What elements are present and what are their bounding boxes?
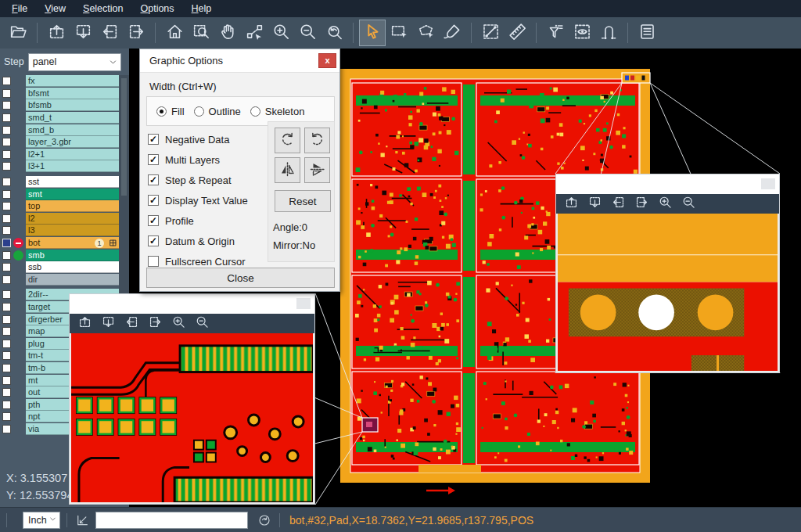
layer-visibility-checkbox[interactable] [2, 303, 11, 311]
zoom-previous-button[interactable] [321, 20, 347, 46]
pan-right-button[interactable] [143, 315, 167, 332]
layer-visibility-checkbox[interactable] [2, 138, 11, 146]
select-rect-button[interactable] [386, 20, 412, 46]
layer-visibility-checkbox[interactable] [2, 126, 11, 135]
radio-fill[interactable]: Fill [156, 106, 185, 117]
layer-visibility-checkbox[interactable] [2, 401, 11, 409]
zoom-in-button[interactable] [167, 315, 190, 332]
pan-right-button[interactable] [630, 195, 653, 213]
layer-visibility-checkbox[interactable] [2, 162, 11, 171]
zoom-out-button[interactable] [190, 315, 214, 332]
layer-visibility-checkbox[interactable] [2, 178, 11, 186]
layer-row-l3[interactable]: l3 [0, 225, 129, 237]
layer-visibility-checkbox[interactable] [2, 202, 11, 210]
pan-left-button[interactable] [96, 20, 123, 46]
layer-visibility-checkbox[interactable] [2, 239, 11, 247]
window-button[interactable] [296, 298, 311, 309]
window-button[interactable] [761, 178, 775, 189]
checkbox-negative-data[interactable]: ✓Negative Data [148, 129, 248, 149]
report-doc-button[interactable] [634, 20, 660, 46]
layer-visibility-checkbox[interactable] [2, 376, 11, 385]
magnifier-window-top-right[interactable] [555, 174, 780, 373]
layer-row-l2+1[interactable]: l2+1 [0, 149, 129, 161]
layer-visibility-checkbox[interactable] [2, 388, 11, 397]
layer-visibility-checkbox[interactable] [2, 412, 11, 421]
close-button[interactable]: Close [146, 268, 335, 288]
layer-visibility-checkbox[interactable] [2, 275, 11, 284]
unit-select[interactable]: Inch [23, 512, 60, 529]
layer-row-smd_t[interactable]: smd_t [0, 112, 129, 124]
dialog-titlebar[interactable]: Graphic Options x [140, 49, 339, 73]
layer-row-layer_3.gbr[interactable]: layer_3.gbr [0, 136, 129, 149]
open-folder-button[interactable] [5, 20, 31, 46]
layer-row-fx[interactable]: fx [0, 75, 129, 88]
magnifier-window-bottom-left[interactable] [69, 293, 315, 505]
snap-angle-icon[interactable] [74, 512, 91, 529]
pan-up-button[interactable] [43, 20, 70, 46]
layer-row-ssb[interactable]: ssb [0, 261, 129, 274]
layer-row-sst[interactable]: sst [0, 176, 129, 189]
layer-visibility-checkbox[interactable] [2, 263, 11, 271]
layer-row-top[interactable]: top [0, 200, 129, 213]
zoom-in-button[interactable] [653, 195, 677, 213]
layer-visibility-checkbox[interactable] [2, 364, 11, 372]
pan-up-button[interactable] [73, 315, 96, 332]
layer-visibility-checkbox[interactable] [2, 251, 11, 260]
command-input[interactable] [95, 512, 248, 529]
magnifier-view[interactable] [556, 214, 779, 372]
home-button[interactable] [161, 20, 188, 46]
checkbox-multi-layers[interactable]: ✓Multi Layers [148, 149, 248, 170]
zoom-window-button[interactable] [188, 20, 214, 46]
filter-button[interactable] [542, 20, 569, 46]
layer-visibility-checkbox[interactable] [2, 226, 11, 235]
checkbox-step-repeat[interactable]: ✓Step & Repeat [148, 170, 248, 190]
layer-row-bfsmt[interactable]: bfsmt [0, 88, 129, 100]
layer-row-smd_b[interactable]: smd_b [0, 124, 129, 136]
layer-visibility-checkbox[interactable] [2, 101, 11, 110]
checkbox-datum-origin[interactable]: ✓Datum & Origin [148, 231, 248, 251]
radio-outline[interactable]: Outline [194, 106, 241, 117]
view-options-button[interactable] [569, 20, 595, 46]
pan-up-button[interactable] [559, 195, 583, 213]
layer-row-dir[interactable]: dir [0, 274, 129, 286]
layer-visibility-checkbox[interactable] [2, 425, 11, 433]
zoom-in-button[interactable] [268, 20, 294, 46]
layer-row-l2[interactable]: l2 [0, 213, 129, 225]
step-select[interactable]: panel [28, 53, 121, 71]
layer-visibility-checkbox[interactable] [2, 340, 11, 348]
layer-visibility-checkbox[interactable] [2, 77, 11, 85]
clean-brush-button[interactable] [439, 20, 465, 46]
measure-point-button[interactable] [477, 20, 504, 46]
magnifier-view[interactable] [70, 333, 314, 504]
menu-item-view[interactable]: View [36, 0, 74, 17]
pan-down-button[interactable] [96, 315, 120, 332]
select-arrow-button[interactable] [359, 20, 386, 46]
magnifier-titlebar[interactable] [556, 174, 779, 194]
select-polygon-button[interactable] [412, 20, 439, 46]
reset-button[interactable]: Reset [275, 190, 331, 212]
close-icon[interactable]: x [318, 53, 336, 68]
layer-row-smt[interactable]: smt [0, 188, 129, 200]
layer-row-bot[interactable]: bot1 [0, 237, 129, 250]
layer-visibility-checkbox[interactable] [2, 214, 11, 223]
layer-row-smb[interactable]: smb [0, 249, 129, 261]
radio-skeleton[interactable]: Skeleton [250, 106, 305, 117]
mirror-vertical-button[interactable] [304, 157, 330, 183]
move-view-button[interactable] [241, 20, 268, 46]
mirror-horizontal-button[interactable] [275, 157, 300, 183]
layer-row-l3+1[interactable]: l3+1 [0, 160, 129, 173]
magnifier-titlebar[interactable] [70, 294, 314, 314]
layer-visibility-checkbox[interactable] [2, 327, 11, 336]
pan-down-button[interactable] [70, 20, 96, 46]
rotate-ccw-button[interactable] [304, 128, 330, 153]
pan-left-button[interactable] [606, 195, 630, 213]
pan-hand-button[interactable] [214, 20, 241, 46]
checkbox-display-text-value[interactable]: ✓Display Text Value [148, 190, 248, 210]
layer-visibility-checkbox[interactable] [2, 150, 11, 159]
layer-visibility-checkbox[interactable] [2, 190, 11, 199]
checkbox-profile[interactable]: ✓Profile [148, 210, 248, 231]
menu-item-file[interactable]: File [3, 0, 36, 17]
menu-item-selection[interactable]: Selection [74, 0, 131, 17]
zoom-out-button[interactable] [677, 195, 700, 213]
menu-item-options[interactable]: Options [131, 0, 182, 17]
